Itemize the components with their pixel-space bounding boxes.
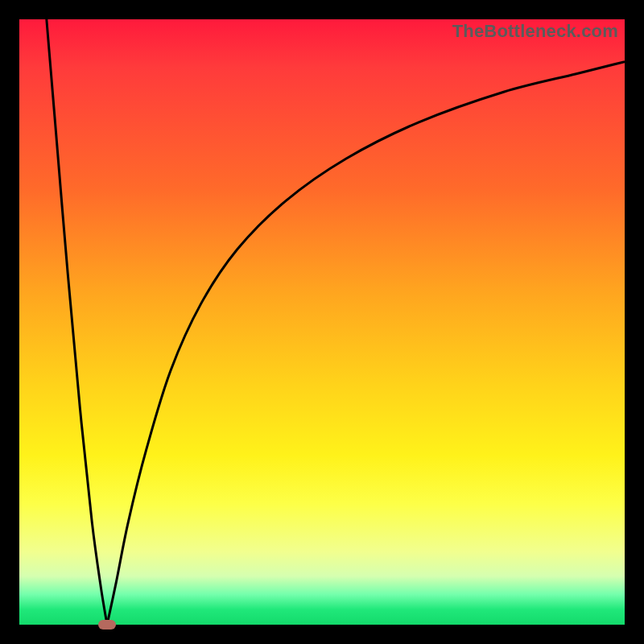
curve-layer: [19, 19, 625, 625]
minimum-marker: [98, 620, 116, 630]
chart-frame: TheBottleneck.com: [0, 0, 644, 644]
curve-left-branch: [47, 19, 107, 625]
plot-area: TheBottleneck.com: [19, 19, 625, 625]
curve-right-branch: [107, 62, 625, 625]
